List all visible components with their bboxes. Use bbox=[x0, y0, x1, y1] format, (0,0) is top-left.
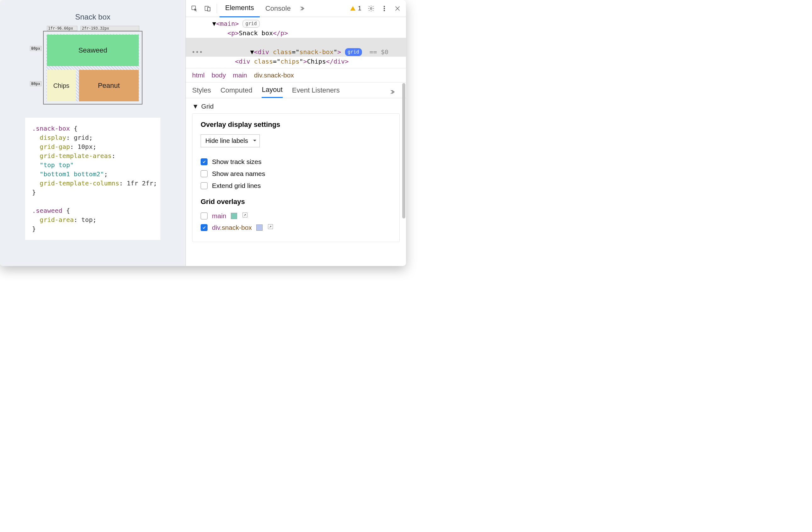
warnings-badge[interactable]: 1 bbox=[350, 5, 361, 12]
row-track-label-0: 80px bbox=[30, 46, 42, 51]
svg-point-4 bbox=[370, 8, 372, 10]
subtab-event-listeners[interactable]: Event Listeners bbox=[292, 86, 340, 98]
overlay-highlight-icon[interactable] bbox=[267, 223, 274, 232]
breadcrumb[interactable]: html body main div.snack-box bbox=[186, 68, 406, 83]
kebab-icon[interactable] bbox=[379, 3, 390, 14]
gear-icon[interactable] bbox=[366, 3, 376, 14]
more-subtabs-icon[interactable] bbox=[388, 87, 398, 97]
dom-selected-node[interactable]: ••• ▼<div class="snack-box"> grid == $0 bbox=[186, 38, 406, 57]
styles-subtabs: Styles Computed Layout Event Listeners bbox=[186, 83, 406, 98]
devtools-toolbar: Elements Console 1 bbox=[186, 0, 406, 17]
overlay-settings-title: Overlay display settings bbox=[201, 121, 391, 129]
row-track-label-1: 80px bbox=[30, 81, 42, 86]
grid-item-seaweed: Seaweed bbox=[47, 34, 139, 66]
overlay-name-snackbox[interactable]: div.snack-box bbox=[212, 224, 252, 232]
dom-tree[interactable]: ▼<main> grid <p>Snack box</p> ••• ▼<div … bbox=[186, 17, 406, 68]
col-track-label-0: 1fr·96.66px bbox=[47, 26, 77, 31]
subtab-layout[interactable]: Layout bbox=[262, 86, 282, 98]
grid-visualization: 1fr·96.66px 2fr·193.32px 80px 80px Seawe… bbox=[43, 31, 143, 104]
overlay-chk-main[interactable] bbox=[201, 212, 207, 220]
overlay-row-snackbox: div.snack-box bbox=[201, 223, 391, 232]
crumb-selected[interactable]: div.snack-box bbox=[254, 71, 294, 79]
grid-overlays-title: Grid overlays bbox=[201, 198, 391, 206]
line-labels-select[interactable]: Hide line labels bbox=[201, 135, 260, 147]
tab-console[interactable]: Console bbox=[260, 0, 296, 17]
more-tabs-icon[interactable] bbox=[298, 3, 308, 14]
overlay-row-main: main bbox=[201, 212, 391, 220]
page-title: Snack box bbox=[75, 13, 111, 22]
overlay-swatch-main[interactable] bbox=[231, 213, 237, 219]
crumb-html[interactable]: html bbox=[192, 71, 205, 79]
page-preview: Snack box 1fr·96.66px 2fr·193.32px 80px … bbox=[0, 0, 186, 266]
col-track-label-1: 2fr·193.32px bbox=[81, 26, 139, 31]
subtab-computed[interactable]: Computed bbox=[220, 86, 252, 98]
css-source-snippet: .snack-box { display: grid; grid-gap: 10… bbox=[25, 118, 160, 240]
devtools-panel: Elements Console 1 ▼<main> grid <p>Snack… bbox=[186, 0, 406, 266]
svg-point-5 bbox=[384, 6, 385, 7]
chk-area-names[interactable] bbox=[201, 170, 207, 177]
chk-track-sizes[interactable] bbox=[201, 158, 207, 165]
device-toggle-icon[interactable] bbox=[202, 3, 213, 14]
overlay-highlight-icon[interactable] bbox=[242, 212, 248, 220]
svg-rect-2 bbox=[207, 7, 210, 11]
grid-item-peanut: Peanut bbox=[79, 70, 139, 101]
chk-extend-lines[interactable] bbox=[201, 182, 207, 189]
crumb-main[interactable]: main bbox=[233, 71, 247, 79]
svg-point-6 bbox=[384, 8, 385, 9]
close-icon[interactable] bbox=[392, 3, 403, 14]
overlay-chk-snackbox[interactable] bbox=[201, 224, 207, 231]
overlay-name-main[interactable]: main bbox=[212, 212, 227, 220]
grid-item-chips: Chips bbox=[47, 70, 76, 101]
devtools-scrollbar[interactable] bbox=[402, 17, 406, 266]
tab-elements[interactable]: Elements bbox=[219, 0, 260, 17]
layout-panel: ▼ Grid Overlay display settings Hide lin… bbox=[186, 98, 406, 266]
svg-point-7 bbox=[384, 10, 385, 11]
inspect-icon[interactable] bbox=[189, 3, 200, 14]
subtab-styles[interactable]: Styles bbox=[192, 86, 211, 98]
crumb-body[interactable]: body bbox=[212, 71, 226, 79]
overlay-swatch-snackbox[interactable] bbox=[256, 224, 263, 231]
grid-section-toggle[interactable]: ▼ Grid bbox=[192, 98, 400, 113]
